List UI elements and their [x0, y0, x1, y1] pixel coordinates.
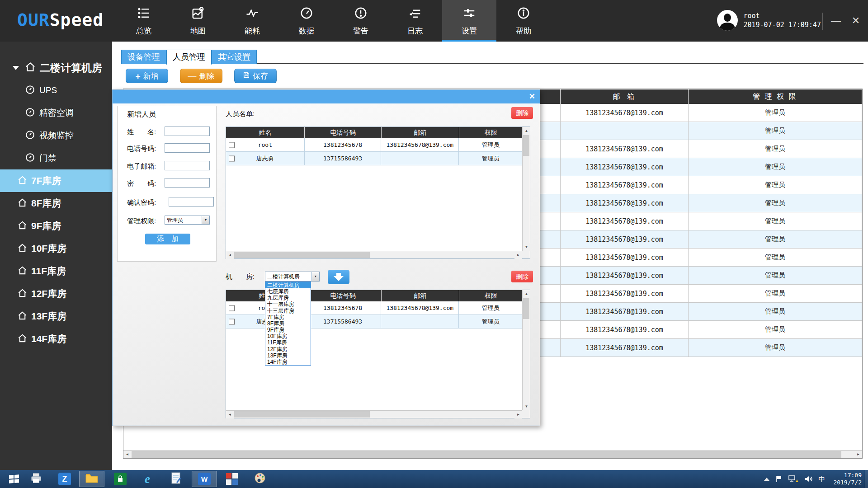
minimize-icon[interactable]: —: [826, 0, 846, 42]
room-dropdown-option[interactable]: 12F库房: [265, 346, 311, 352]
nav-item-map[interactable]: 地图: [171, 0, 225, 42]
tab[interactable]: 设备管理: [121, 50, 166, 64]
taskbar-app-file-explorer[interactable]: [79, 471, 104, 487]
sidebar-item-room[interactable]: 10F库房: [0, 237, 112, 260]
nav-item-energy[interactable]: 能耗: [225, 0, 279, 42]
taskbar-app-notes[interactable]: [163, 471, 189, 487]
sidebar-item-room[interactable]: 8F库房: [0, 192, 112, 215]
room-dropdown-option[interactable]: 14F库房: [265, 359, 311, 365]
scrollbar-thumb[interactable]: [523, 135, 529, 156]
home-icon: [0, 243, 28, 255]
nav-item-alerts[interactable]: 警告: [334, 0, 388, 42]
clock[interactable]: 17:09 2019/7/2: [833, 472, 862, 486]
confirm-password-field[interactable]: [169, 197, 214, 206]
delete-button[interactable]: —删除: [180, 69, 222, 83]
nav-item-help[interactable]: 帮助: [496, 0, 551, 42]
sidebar-item-room[interactable]: 7F库房: [0, 169, 112, 192]
room-dropdown-option[interactable]: 8F库房: [265, 320, 311, 327]
scroll-left-arrow[interactable]: ◄: [123, 450, 131, 458]
taskbar-app-devices[interactable]: [24, 471, 49, 487]
show-hidden-icons-icon[interactable]: [764, 478, 769, 481]
scroll-right-arrow[interactable]: ►: [854, 450, 862, 458]
nav-item-settings[interactable]: 设置: [442, 0, 496, 42]
vertical-scrollbar[interactable]: ▲ ▼: [522, 127, 530, 251]
scrollbar-thumb[interactable]: [234, 252, 370, 258]
scrollbar-thumb[interactable]: [523, 298, 529, 319]
room-dropdown-option[interactable]: 9F库房: [265, 327, 311, 333]
scroll-right-arrow[interactable]: ►: [514, 411, 522, 418]
row-checkbox[interactable]: [229, 319, 235, 324]
taskbar-app-ourspeed[interactable]: W: [192, 471, 217, 487]
sidebar-item-room[interactable]: 11F库房: [0, 260, 112, 282]
action-center-flag-icon[interactable]: [775, 475, 783, 483]
save-button[interactable]: 保存: [234, 69, 277, 83]
scrollbar-thumb[interactable]: [234, 411, 370, 418]
alert-icon: [354, 14, 368, 21]
show-desktop-button[interactable]: [865, 470, 868, 488]
user-info[interactable]: root 2019-07-02 17:09:47: [717, 10, 821, 31]
permission-select[interactable]: 管理员 ▼: [165, 216, 210, 225]
room-dropdown-option[interactable]: 11F库房: [265, 339, 311, 346]
row-checkbox[interactable]: [229, 142, 235, 148]
email-field[interactable]: [165, 161, 210, 170]
nav-item-overview[interactable]: 总览: [117, 0, 171, 42]
scroll-right-arrow[interactable]: ►: [514, 251, 522, 259]
scroll-left-arrow[interactable]: ◄: [226, 411, 234, 418]
scroll-down-arrow[interactable]: ▼: [523, 403, 530, 410]
row-checkbox[interactable]: [229, 155, 235, 161]
sidebar-group-room2f[interactable]: 二楼计算机房: [0, 56, 112, 79]
scroll-down-arrow[interactable]: ▼: [523, 243, 530, 251]
taskbar-app-paint[interactable]: [247, 471, 273, 487]
tab[interactable]: 其它设置: [212, 50, 257, 64]
table-row[interactable]: root 13812345678 13812345678@139.com 管理员: [226, 138, 522, 152]
scrollbar-thumb[interactable]: [132, 451, 841, 458]
room-dropdown-option[interactable]: 十一层库房: [265, 301, 311, 307]
close-icon[interactable]: ✕: [529, 92, 535, 101]
speaker-icon[interactable]: [804, 475, 813, 483]
form-add-button[interactable]: 添 加: [145, 234, 190, 244]
tab[interactable]: 人员管理: [166, 50, 212, 65]
assign-download-button[interactable]: [328, 270, 349, 284]
horizontal-scrollbar[interactable]: ◄ ►: [226, 410, 522, 418]
row-checkbox[interactable]: [229, 305, 235, 311]
ime-indicator[interactable]: 中: [818, 475, 825, 483]
name-field[interactable]: [165, 127, 210, 136]
delete-room-person-button[interactable]: 删除: [511, 271, 533, 282]
sidebar-item-room[interactable]: 12F库房: [0, 282, 112, 305]
scroll-left-arrow[interactable]: ◄: [226, 251, 234, 259]
nav-item-data[interactable]: 数据: [279, 0, 334, 42]
person-table: 姓名 电话号码 邮箱 权限 root 13812345678 138123456…: [226, 127, 530, 259]
room-dropdown-option[interactable]: 九层库房: [265, 295, 311, 301]
room-dropdown-option[interactable]: 十三层库房: [265, 308, 311, 314]
room-dropdown-option[interactable]: 二楼计算机房: [265, 282, 311, 288]
password-field[interactable]: [165, 178, 210, 188]
sidebar-item-device[interactable]: 门禁: [0, 147, 112, 169]
sidebar-item-room[interactable]: 14F库房: [0, 328, 112, 350]
room-dropdown-option[interactable]: 10F库房: [265, 333, 311, 339]
taskbar-app-remote[interactable]: Z: [52, 471, 77, 487]
room-dropdown-option[interactable]: 七层库房: [265, 288, 311, 295]
room-dropdown-option[interactable]: 13F库房: [265, 352, 311, 359]
sidebar-item-room[interactable]: 13F库房: [0, 305, 112, 328]
scroll-up-arrow[interactable]: ▲: [523, 127, 530, 135]
taskbar-app-monitor[interactable]: [219, 471, 245, 487]
nav-item-logs[interactable]: 日志: [388, 0, 442, 42]
network-warning-icon[interactable]: [788, 475, 798, 483]
phone-field[interactable]: [165, 143, 210, 153]
room-select[interactable]: 二楼计算机房 ▼: [265, 272, 320, 282]
taskbar-app-store[interactable]: [108, 471, 133, 487]
delete-person-button[interactable]: 删除: [511, 107, 533, 119]
sidebar-item-device[interactable]: UPS: [0, 79, 112, 102]
horizontal-scrollbar[interactable]: ◄ ►: [123, 450, 862, 458]
close-icon[interactable]: ✕: [845, 0, 866, 42]
sidebar-item-device[interactable]: 精密空调: [0, 102, 112, 124]
room-dropdown-option[interactable]: 7F库房: [265, 314, 311, 320]
sidebar-item-device[interactable]: 视频监控: [0, 124, 112, 147]
horizontal-scrollbar[interactable]: ◄ ►: [226, 251, 522, 258]
scroll-up-arrow[interactable]: ▲: [523, 290, 530, 298]
add-button[interactable]: +新增: [126, 69, 168, 83]
taskbar-app-internet-explorer[interactable]: e: [135, 471, 160, 487]
vertical-scrollbar[interactable]: ▲ ▼: [522, 290, 530, 410]
table-row[interactable]: 唐志勇 13715586493 管理员: [226, 152, 522, 165]
sidebar-item-room[interactable]: 9F库房: [0, 215, 112, 237]
